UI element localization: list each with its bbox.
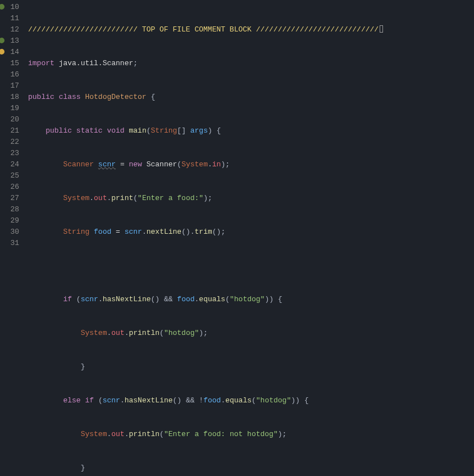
editor-area: 10 11 12 13 14 15 16 17 18 19 20 21 22 2… <box>0 0 474 476</box>
lightbulb-icon[interactable] <box>0 49 4 55</box>
line-number-gutter: 10 11 12 13 14 15 16 17 18 19 20 21 22 2… <box>0 0 24 476</box>
cursor-icon <box>380 25 383 33</box>
gutter-line: 10 <box>0 2 19 13</box>
code-editor[interactable]: ///////////////////////// TOP OF FILE CO… <box>24 0 474 476</box>
fold-icon[interactable] <box>0 38 4 43</box>
comment: ///////////////////////// TOP OF FILE CO… <box>28 25 379 34</box>
fold-icon[interactable] <box>0 4 4 10</box>
